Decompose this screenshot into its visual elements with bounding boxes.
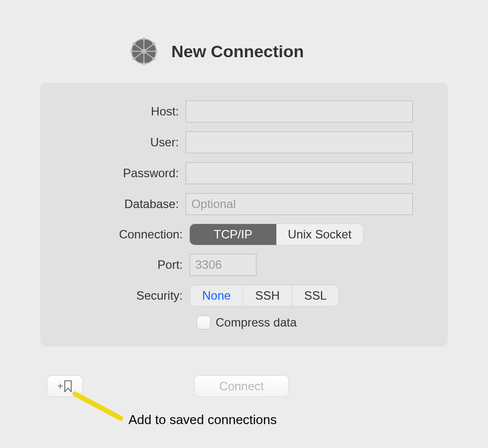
svg-point-8: [152, 42, 155, 45]
security-label: Security:: [58, 289, 190, 303]
host-label: Host:: [58, 105, 186, 118]
connection-form-panel: Host: User: Password: Database: Connecti…: [40, 83, 448, 346]
security-segmented: None SSH SSL: [190, 285, 339, 307]
svg-point-9: [132, 57, 135, 60]
svg-point-7: [132, 42, 135, 45]
password-input[interactable]: [186, 162, 413, 184]
compress-data-label: Compress data: [216, 316, 297, 330]
security-ssl-option[interactable]: SSL: [292, 285, 339, 307]
plus-icon: +: [57, 381, 63, 392]
user-label: User:: [58, 135, 186, 149]
user-input[interactable]: [186, 131, 413, 153]
connection-type-label: Connection:: [58, 227, 190, 241]
callout-label: Add to saved connections: [128, 412, 277, 428]
connection-unix-socket-option[interactable]: Unix Socket: [276, 224, 363, 245]
page-title: New Connection: [171, 42, 304, 61]
host-input[interactable]: [186, 101, 413, 122]
port-label: Port:: [58, 258, 190, 272]
password-label: Password:: [58, 166, 186, 180]
database-input[interactable]: [186, 193, 413, 215]
connection-type-segmented: TCP/IP Unix Socket: [190, 224, 363, 245]
port-input[interactable]: [190, 254, 256, 276]
svg-point-6: [141, 49, 146, 54]
database-label: Database:: [58, 197, 186, 211]
network-globe-icon: [130, 38, 157, 65]
svg-point-10: [152, 57, 155, 60]
callout-arrow-icon: [72, 391, 124, 422]
connection-tcpip-option[interactable]: TCP/IP: [190, 224, 276, 245]
bookmark-icon: [64, 380, 72, 392]
compress-data-checkbox[interactable]: [197, 316, 211, 330]
security-none-option[interactable]: None: [190, 285, 243, 307]
security-ssh-option[interactable]: SSH: [243, 285, 292, 307]
connect-button[interactable]: Connect: [194, 375, 289, 397]
